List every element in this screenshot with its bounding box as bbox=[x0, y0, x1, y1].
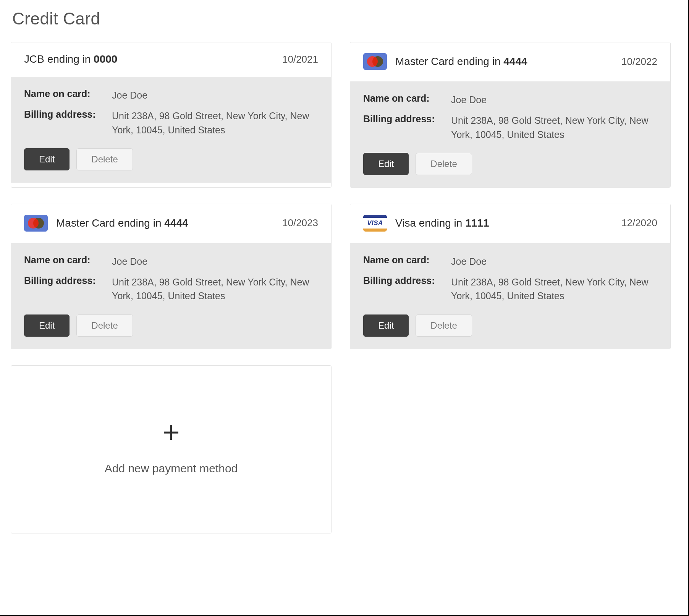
edit-button[interactable]: Edit bbox=[363, 314, 409, 337]
name-on-card-value: Joe Doe bbox=[112, 88, 318, 102]
billing-address-label: Billing address: bbox=[24, 109, 112, 137]
delete-button[interactable]: Delete bbox=[416, 314, 472, 337]
card-body: Name on card: Joe Doe Billing address: U… bbox=[350, 243, 670, 349]
visa-icon: VISA bbox=[363, 215, 387, 232]
card-title: Visa ending in 1111 bbox=[395, 217, 489, 229]
credit-card-item: Master Card ending in 4444 10/2023 Name … bbox=[11, 204, 332, 349]
billing-address-value: Unit 238A, 98 Gold Street, New York City… bbox=[112, 275, 318, 303]
credit-card-item: Master Card ending in 4444 10/2022 Name … bbox=[350, 42, 671, 188]
card-expiry: 10/2023 bbox=[282, 217, 318, 229]
name-on-card-value: Joe Doe bbox=[112, 255, 318, 268]
add-payment-method-label: Add new payment method bbox=[105, 460, 238, 477]
edit-button[interactable]: Edit bbox=[24, 148, 70, 170]
card-expiry: 12/2020 bbox=[621, 217, 657, 229]
mastercard-icon bbox=[363, 53, 387, 70]
name-on-card-value: Joe Doe bbox=[451, 255, 657, 268]
mastercard-icon bbox=[24, 215, 48, 232]
billing-address-label: Billing address: bbox=[24, 275, 112, 303]
card-header: Master Card ending in 4444 10/2022 bbox=[350, 42, 670, 81]
name-on-card-label: Name on card: bbox=[363, 255, 451, 268]
card-body: Name on card: Joe Doe Billing address: U… bbox=[11, 77, 331, 183]
billing-address-label: Billing address: bbox=[363, 275, 451, 303]
delete-button[interactable]: Delete bbox=[416, 153, 472, 175]
add-payment-method-card[interactable]: Add new payment method bbox=[11, 365, 332, 533]
name-on-card-value: Joe Doe bbox=[451, 93, 657, 107]
credit-card-item: JCB ending in 0000 10/2021 Name on card:… bbox=[11, 42, 332, 188]
name-on-card-label: Name on card: bbox=[363, 93, 451, 107]
page-title: Credit Card bbox=[12, 9, 679, 28]
credit-card-item: VISA Visa ending in 1111 12/2020 Name on… bbox=[350, 204, 671, 349]
edit-button[interactable]: Edit bbox=[24, 314, 70, 337]
card-header: Master Card ending in 4444 10/2023 bbox=[11, 204, 331, 243]
delete-button[interactable]: Delete bbox=[76, 148, 133, 170]
card-expiry: 10/2021 bbox=[282, 53, 318, 65]
edit-button[interactable]: Edit bbox=[363, 153, 409, 175]
card-title: JCB ending in 0000 bbox=[24, 53, 117, 65]
card-title: Master Card ending in 4444 bbox=[395, 55, 527, 68]
cards-grid: JCB ending in 0000 10/2021 Name on card:… bbox=[11, 42, 679, 533]
billing-address-value: Unit 238A, 98 Gold Street, New York City… bbox=[451, 275, 657, 303]
name-on-card-label: Name on card: bbox=[24, 255, 112, 268]
delete-button[interactable]: Delete bbox=[76, 314, 133, 337]
card-header: JCB ending in 0000 10/2021 bbox=[11, 42, 331, 77]
billing-address-value: Unit 238A, 98 Gold Street, New York City… bbox=[112, 109, 318, 137]
card-expiry: 10/2022 bbox=[621, 56, 657, 68]
billing-address-value: Unit 238A, 98 Gold Street, New York City… bbox=[451, 113, 657, 141]
plus-icon bbox=[162, 421, 180, 446]
card-body: Name on card: Joe Doe Billing address: U… bbox=[350, 81, 670, 187]
card-title: Master Card ending in 4444 bbox=[56, 217, 188, 229]
name-on-card-label: Name on card: bbox=[24, 88, 112, 102]
billing-address-label: Billing address: bbox=[363, 113, 451, 141]
card-header: VISA Visa ending in 1111 12/2020 bbox=[350, 204, 670, 243]
card-body: Name on card: Joe Doe Billing address: U… bbox=[11, 243, 331, 349]
